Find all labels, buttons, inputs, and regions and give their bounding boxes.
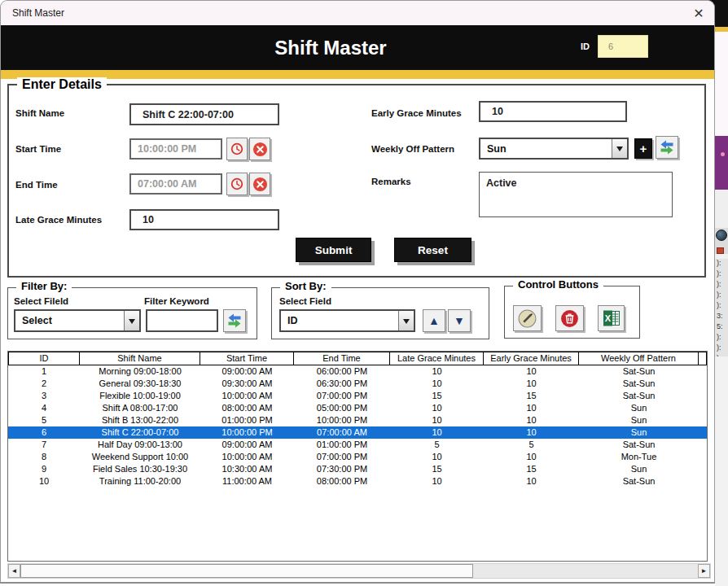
start-time-picker-button[interactable]: [226, 138, 248, 160]
table-cell: 4: [8, 402, 80, 414]
close-icon[interactable]: ✕: [690, 4, 708, 22]
swap-arrows-icon: [659, 139, 675, 155]
table-cell: Half Day 09:00-13:00: [80, 439, 200, 451]
table-row[interactable]: 10Training 11:00-20:0011:00:00 AM08:00:0…: [8, 475, 707, 488]
scrollbar-thumb[interactable]: [20, 564, 473, 578]
table-cell: 01:00:00 PM: [294, 439, 390, 451]
id-label: ID: [581, 42, 590, 51]
clear-x-icon: [252, 142, 268, 157]
early-grace-label: Early Grace Minutes: [371, 108, 462, 118]
bg-strip-dot: [721, 152, 725, 156]
table-cell: Weekend Support 10:00: [80, 451, 200, 463]
add-pattern-button[interactable]: +: [634, 138, 652, 159]
end-time-picker-button[interactable]: [226, 173, 248, 195]
remarks-input[interactable]: Active: [479, 172, 673, 217]
filter-keyword-input[interactable]: [146, 309, 218, 332]
table-cell: Sun: [579, 414, 699, 426]
remarks-label: Remarks: [371, 177, 411, 186]
horizontal-scrollbar[interactable]: ◄ ►: [7, 563, 711, 579]
table-row[interactable]: 7Half Day 09:00-13:0009:00:00 AM01:00:00…: [8, 439, 707, 451]
reset-button[interactable]: Reset: [394, 238, 471, 262]
table-cell: 10:30:00 AM: [200, 463, 294, 475]
start-time-clear-button[interactable]: [249, 138, 270, 160]
table-cell: 06:30:00 PM: [294, 378, 390, 390]
table-row[interactable]: 1Morning 09:00-18:0009:00:00 AM06:00:00 …: [8, 365, 707, 378]
table-header-row: IDShift NameStart TimeEnd TimeLate Grace…: [8, 352, 707, 365]
table-header-cell: Weekly Off Pattern: [579, 352, 699, 365]
table-cell: 10: [484, 365, 579, 378]
table-cell: 6: [8, 426, 80, 439]
table-cell: 10:00:00 PM: [294, 414, 390, 426]
screen: ):):):):):3:5:):):): Shift Master ✕ Shif…: [0, 0, 728, 586]
sort-ascending-button[interactable]: ▲: [423, 309, 445, 332]
scroll-left-button[interactable]: ◄: [8, 564, 20, 578]
bg-text-fragment: ):: [717, 280, 728, 291]
shift-name-input[interactable]: [129, 103, 279, 125]
late-grace-input[interactable]: [129, 209, 279, 230]
table-cell: Sat-Sun: [579, 378, 699, 390]
table-cell: Sun: [579, 463, 699, 475]
table-row[interactable]: 3Flexible 10:00-19:0010:00:00 AM07:00:00…: [8, 390, 707, 402]
bg-text-fragment: 5:: [717, 322, 728, 333]
scrollbar-track: [473, 564, 698, 578]
table-header-cell: Late Grace Minutes: [390, 352, 484, 365]
table-header-cell: [699, 352, 707, 365]
dropdown-button[interactable]: [124, 311, 139, 330]
bg-strip-tile: [717, 247, 724, 254]
table-body: 1Morning 09:00-18:0009:00:00 AM06:00:00 …: [8, 365, 707, 488]
table-cell: Sat-Sun: [579, 390, 699, 402]
bg-text-fragment: ):: [717, 259, 728, 269]
early-grace-input[interactable]: [479, 101, 627, 122]
export-excel-button[interactable]: X: [598, 305, 625, 331]
table-cell: 15: [484, 463, 579, 475]
table-row[interactable]: 9Field Sales 10:30-19:3010:30:00 AM07:30…: [8, 463, 707, 475]
end-time-clear-button[interactable]: [249, 173, 270, 195]
apply-filter-button[interactable]: [223, 309, 246, 332]
sort-field-label: Select Field: [279, 296, 331, 306]
submit-button[interactable]: Submit: [296, 238, 371, 262]
scroll-right-button[interactable]: ►: [698, 564, 710, 578]
globe-icon: [716, 230, 727, 241]
clock-icon: [230, 177, 244, 191]
swap-arrows-icon: [226, 313, 243, 329]
table-row[interactable]: 4Shift A 08:00-17:0008:00:00 AM05:00:00 …: [8, 402, 707, 414]
table-cell: 1: [8, 365, 80, 378]
id-field[interactable]: [598, 35, 648, 58]
table-cell: 10: [390, 365, 484, 378]
table-cell: 15: [390, 463, 484, 475]
delete-button[interactable]: [555, 305, 584, 331]
table-cell: 3: [8, 390, 80, 402]
dropdown-button[interactable]: [398, 311, 414, 330]
refresh-pattern-button[interactable]: [656, 136, 678, 159]
table-cell: 10: [390, 402, 484, 414]
table-cell: 08:00:00 AM: [200, 402, 294, 414]
table-row[interactable]: 2General 09:30-18:3009:30:00 AM06:30:00 …: [8, 378, 707, 390]
table-row[interactable]: 6Shift C 22:00-07:0010:00:00 PM07:00:00 …: [8, 426, 707, 439]
title-bar: Shift Master ✕: [1, 1, 714, 25]
table-header-cell: End Time: [294, 352, 390, 365]
end-time-input[interactable]: [129, 173, 222, 195]
table-cell: 10: [484, 426, 579, 439]
filter-by-legend: Filter By:: [16, 280, 72, 292]
edit-button[interactable]: [513, 305, 542, 331]
dropdown-button[interactable]: [612, 139, 627, 158]
table-cell: 11:00:00 AM: [200, 475, 294, 488]
weekly-off-select[interactable]: Sun: [479, 138, 629, 160]
table-cell: Sat-Sun: [579, 439, 699, 451]
table-row[interactable]: 5Shift B 13:00-22:0001:00:00 PM10:00:00 …: [8, 414, 707, 426]
table-cell: 5: [8, 414, 80, 426]
table-cell: 10:00:00 AM: [200, 451, 294, 463]
sort-field-select[interactable]: ID: [279, 309, 415, 332]
app-header: Shift Master ID: [1, 25, 714, 70]
table-cell: Sat-Sun: [579, 475, 699, 488]
table-row[interactable]: 8Weekend Support 10:0010:00:00 AM07:00:0…: [8, 451, 707, 463]
table-cell: Training 11:00-20:00: [80, 475, 200, 488]
table-cell: 09:00:00 AM: [200, 439, 294, 451]
sort-descending-button[interactable]: ▼: [448, 309, 471, 332]
clock-icon: [230, 142, 244, 156]
start-time-input[interactable]: [129, 138, 222, 160]
table-cell: 10: [390, 426, 484, 439]
bg-text-fragment: ):: [717, 333, 728, 343]
filter-field-select[interactable]: Select: [14, 309, 141, 332]
table-cell: 5: [484, 439, 579, 451]
